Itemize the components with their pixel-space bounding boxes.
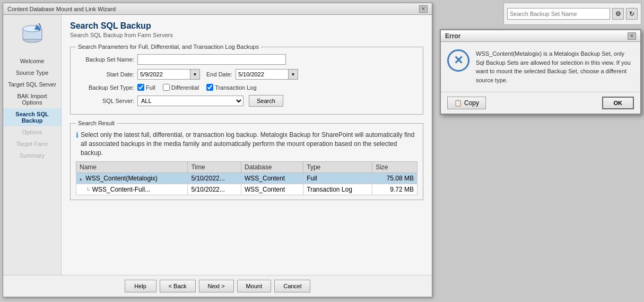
result-note: ℹ Select only the latest full, different…: [76, 131, 417, 157]
col-name: Name: [76, 162, 188, 173]
row-name-text: WSS_Content-Full...: [92, 186, 150, 193]
page-title: Search SQL Backup: [70, 21, 423, 31]
backup-set-name-label: Backup Set Name:: [76, 56, 134, 63]
backup-set-type-row: Backup Set Type: Full Differential Trans…: [76, 84, 417, 91]
start-date-dropdown[interactable]: ▼: [190, 69, 200, 80]
row-size: 9.72 MB: [372, 184, 417, 195]
search-backup-input[interactable]: [507, 8, 610, 20]
search-result-legend: Search Result: [76, 120, 117, 126]
sql-server-select[interactable]: ALL: [137, 96, 243, 106]
wizard-footer: Help < Back Next > Mount Cancel: [3, 275, 432, 297]
row-name: └ WSS_Content-Full...: [76, 184, 188, 195]
transaction-log-checkbox[interactable]: [206, 84, 213, 91]
sidebar-item-options: Options: [3, 126, 61, 138]
error-message: WSS_Content(Metalogix) is a Metalogix Ba…: [476, 49, 634, 84]
wizard-titlebar: Content Database Mount and Link Wizard ×: [3, 3, 432, 15]
wizard-icon: [20, 20, 45, 50]
search-params-fieldset: Search Parameters for Full, Differential…: [70, 44, 423, 115]
help-button[interactable]: Help: [125, 280, 156, 292]
cancel-button[interactable]: Cancel: [274, 280, 310, 292]
table-row[interactable]: └ WSS_Content-Full... 5/10/2022... WSS_C…: [76, 184, 417, 195]
full-checkbox[interactable]: [137, 84, 144, 91]
sidebar-item-target-farm: Target Farm: [3, 138, 61, 150]
sidebar-item-welcome[interactable]: Welcome: [3, 55, 61, 67]
error-footer: 📋 Copy OK: [441, 92, 640, 114]
content-header: Search SQL Backup Search SQL Backup from…: [70, 21, 423, 38]
sidebar-item-summary: Summary: [3, 150, 61, 161]
differential-checkbox-item: Differential: [163, 84, 199, 91]
differential-checkbox[interactable]: [163, 84, 170, 91]
full-checkbox-item: Full: [137, 84, 155, 91]
col-time: Time: [188, 162, 241, 173]
copy-icon: 📋: [454, 99, 462, 107]
sidebar-item-bak-import[interactable]: BAK Import Options: [3, 90, 61, 108]
wizard-title: Content Database Mount and Link Wizard: [7, 6, 116, 12]
sql-server-label: SQL Server:: [76, 98, 134, 104]
error-x-icon: ✕: [454, 54, 463, 67]
row-size: 75.08 MB: [372, 173, 417, 184]
settings-icon: ⚙: [615, 10, 621, 18]
date-row: Start Date: ▼ End Date: ▼: [76, 69, 417, 80]
info-icon: ℹ: [76, 131, 79, 140]
col-size: Size: [372, 162, 417, 173]
results-table-header: Name Time Database Type Size: [76, 162, 417, 173]
ok-button[interactable]: OK: [602, 97, 634, 109]
row-time: 5/10/2022...: [188, 184, 241, 195]
copy-label: Copy: [464, 99, 479, 107]
row-database: WSS_Content: [241, 184, 303, 195]
transaction-log-checkbox-item: Transaction Log: [206, 84, 256, 91]
search-button[interactable]: Search: [249, 95, 283, 107]
row-type: Full: [303, 173, 372, 184]
search-params-legend: Search Parameters for Full, Differential…: [76, 44, 261, 50]
expand-icon: ▴: [80, 176, 82, 182]
back-button[interactable]: < Back: [160, 280, 196, 292]
sidebar-item-search-sql[interactable]: Search SQL Backup: [3, 108, 61, 126]
row-name: ▴ WSS_Content(Metalogix): [76, 173, 188, 184]
results-table-body: ▴ WSS_Content(Metalogix) 5/10/2022... WS…: [76, 173, 417, 195]
search-result-fieldset: Search Result ℹ Select only the latest f…: [70, 120, 423, 200]
row-type: Transaction Log: [303, 184, 372, 195]
table-row[interactable]: ▴ WSS_Content(Metalogix) 5/10/2022... WS…: [76, 173, 417, 184]
search-refresh-button[interactable]: ↻: [626, 8, 638, 20]
backup-set-name-row: Backup Set Name:: [76, 54, 417, 65]
differential-label: Differential: [171, 84, 199, 91]
end-date-label: End Date:: [206, 71, 232, 77]
error-close-button[interactable]: ×: [628, 32, 636, 40]
full-label: Full: [146, 84, 155, 91]
result-note-text: Select only the latest full, differentia…: [81, 131, 417, 157]
sidebar-item-source-type[interactable]: Source Type: [3, 67, 61, 79]
error-body: ✕ WSS_Content(Metalogix) is a Metalogix …: [441, 42, 640, 92]
wizard-main-content: Search SQL Backup Search SQL Backup from…: [62, 15, 432, 275]
next-button[interactable]: Next >: [199, 280, 234, 292]
mount-button[interactable]: Mount: [237, 280, 272, 292]
sidebar-nav: Welcome Source Type Target SQL Server BA…: [3, 55, 61, 161]
error-title: Error: [445, 32, 460, 40]
page-subtitle: Search SQL Backup from Farm Servers: [70, 32, 423, 38]
backup-set-name-input[interactable]: [137, 54, 286, 65]
row-time: 5/10/2022...: [188, 173, 241, 184]
wizard-window: Content Database Mount and Link Wizard ×…: [3, 3, 432, 297]
row-name-text: WSS_Content(Metalogix): [85, 175, 157, 182]
sql-server-row: SQL Server: ALL Search: [76, 95, 417, 107]
wizard-close-button[interactable]: ×: [419, 5, 428, 13]
sidebar-item-target-sql[interactable]: Target SQL Server: [3, 79, 61, 90]
results-table: Name Time Database Type Size ▴ WSS_Conte…: [76, 161, 417, 195]
error-titlebar: Error ×: [441, 30, 640, 42]
copy-button[interactable]: 📋 Copy: [447, 97, 486, 109]
refresh-icon: ↻: [629, 10, 634, 18]
end-date-input[interactable]: [236, 69, 289, 80]
wizard-sidebar: Welcome Source Type Target SQL Server BA…: [3, 15, 62, 275]
col-type: Type: [303, 162, 372, 173]
transaction-log-label: Transaction Log: [215, 84, 256, 91]
backup-set-type-label: Backup Set Type:: [76, 84, 134, 91]
end-date-dropdown[interactable]: ▼: [289, 69, 298, 80]
error-dialog: Error × ✕ WSS_Content(Metalogix) is a Me…: [440, 29, 641, 115]
col-database: Database: [241, 162, 303, 173]
search-settings-button[interactable]: ⚙: [612, 8, 624, 20]
error-icon: ✕: [447, 49, 469, 72]
child-icon: └: [86, 187, 89, 193]
row-database: WSS_Content: [241, 173, 303, 184]
start-date-label: Start Date:: [76, 71, 134, 77]
wizard-body: Welcome Source Type Target SQL Server BA…: [3, 15, 432, 275]
start-date-input[interactable]: [137, 69, 190, 80]
